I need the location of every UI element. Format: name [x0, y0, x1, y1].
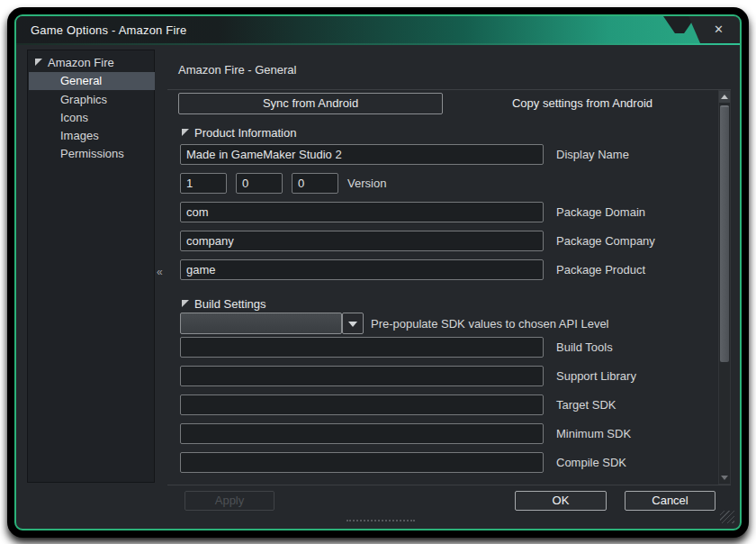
titlebar[interactable]: Game Options - Amazon Fire ✕: [16, 16, 740, 45]
arrow-down-icon: [721, 476, 728, 480]
section-expand-icon[interactable]: [182, 300, 189, 307]
build-tools-label: Build Tools: [556, 340, 613, 354]
target-sdk-label: Target SDK: [556, 398, 616, 412]
sidebar-item-permissions[interactable]: Permissions: [29, 145, 155, 163]
support-library-label: Support Library: [556, 369, 636, 383]
page-background: Game Options - Amazon Fire ✕ Amazon Fire…: [0, 0, 756, 544]
package-domain-label: Package Domain: [556, 205, 645, 219]
window-resize-grip[interactable]: [720, 511, 734, 523]
ok-button[interactable]: OK: [515, 491, 607, 511]
sidebar-root-label: Amazon Fire: [48, 56, 114, 69]
api-level-label: Pre-populate SDK values to chosen API Le…: [371, 317, 609, 331]
compile-sdk-input[interactable]: [180, 452, 544, 473]
copy-settings-from-android-button[interactable]: Copy settings from Android: [450, 93, 715, 114]
sidebar-item-general[interactable]: General: [29, 72, 155, 90]
package-company-input[interactable]: [180, 231, 544, 251]
tree-expand-icon[interactable]: [35, 59, 42, 66]
sidebar-collapse-handle[interactable]: «: [155, 50, 167, 483]
version-build-input[interactable]: [292, 173, 338, 194]
page-title: Amazon Fire - General: [178, 63, 297, 77]
target-sdk-input[interactable]: [180, 394, 544, 415]
apply-button[interactable]: Apply: [184, 491, 274, 511]
scrollbar-thumb[interactable]: [720, 105, 729, 362]
content-divider-bottom: [167, 485, 731, 485]
package-company-label: Package Company: [556, 234, 655, 248]
section-expand-icon[interactable]: [182, 129, 189, 136]
scroll-up-button[interactable]: [719, 91, 730, 103]
api-level-select[interactable]: [180, 313, 342, 334]
section-label: Build Settings: [194, 297, 266, 311]
minimum-sdk-label: Minimum SDK: [556, 427, 631, 440]
package-domain-input[interactable]: [180, 202, 544, 222]
compile-sdk-label: Compile SDK: [556, 456, 626, 469]
api-level-dropdown-button[interactable]: [342, 313, 364, 334]
window-title: Game Options - Amazon Fire: [31, 23, 187, 37]
sidebar-item-images[interactable]: Images: [29, 127, 155, 145]
arrow-up-icon: [721, 95, 728, 99]
display-name-label: Display Name: [556, 148, 629, 161]
sidebar-item-amazon-fire[interactable]: Amazon Fire: [28, 53, 154, 71]
support-library-input[interactable]: [180, 366, 544, 386]
window-drag-dots-handle[interactable]: [346, 520, 415, 522]
package-product-input[interactable]: [180, 259, 544, 280]
version-major-input[interactable]: [180, 173, 227, 194]
build-tools-input[interactable]: [180, 337, 544, 358]
scroll-down-button[interactable]: [719, 472, 730, 484]
version-label: Version: [347, 177, 386, 190]
vertical-scrollbar[interactable]: [718, 90, 731, 485]
display-name-input[interactable]: [180, 144, 544, 165]
cancel-button[interactable]: Cancel: [625, 491, 716, 511]
sidebar: Amazon Fire General Graphics Icons Image…: [27, 50, 155, 483]
package-product-label: Package Product: [556, 263, 645, 277]
section-label: Product Information: [194, 126, 296, 140]
close-button[interactable]: ✕: [714, 23, 724, 36]
minimum-sdk-input[interactable]: [180, 423, 544, 444]
game-options-window: Game Options - Amazon Fire ✕ Amazon Fire…: [14, 14, 742, 530]
version-minor-input[interactable]: [236, 173, 283, 194]
sync-from-android-button[interactable]: Sync from Android: [178, 93, 443, 114]
content-divider-top: [167, 89, 731, 90]
sidebar-item-icons[interactable]: Icons: [29, 109, 155, 127]
sidebar-item-graphics[interactable]: Graphics: [29, 91, 155, 109]
chevron-down-icon: [348, 322, 357, 327]
collapse-chevrons-icon: «: [157, 266, 163, 278]
